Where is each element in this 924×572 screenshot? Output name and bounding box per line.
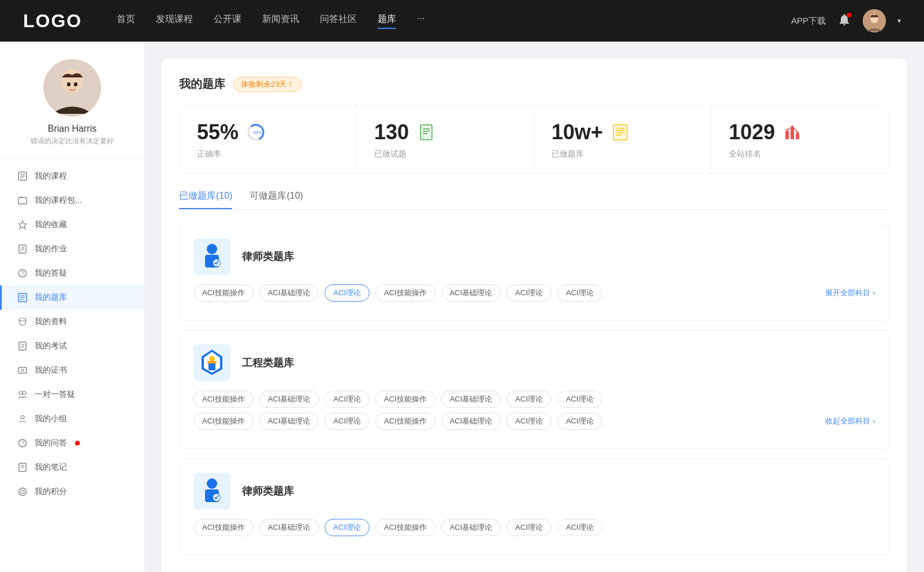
svg-rect-56: [796, 133, 799, 139]
tag[interactable]: ACI理论: [557, 413, 602, 430]
sidebar-item-exam[interactable]: 我的考试: [0, 334, 144, 358]
sidebar-item-label: 我的积分: [35, 486, 67, 497]
lawyer-icon-wrap: [193, 238, 230, 275]
tag[interactable]: ACI技能操作: [193, 284, 254, 302]
svg-point-67: [207, 478, 217, 489]
question-icon: ?: [17, 438, 28, 448]
nav-link-news[interactable]: 新闻资讯: [262, 13, 299, 29]
sidebar-item-label: 我的作业: [35, 244, 67, 254]
tag[interactable]: ACI基础理论: [259, 519, 319, 536]
sidebar: Brian Harris 错误的决定比没有决定要好 我的课程 我的课程包...: [0, 42, 144, 572]
bank-title-3: 律师类题库: [242, 484, 294, 498]
nav-link-qa[interactable]: 问答社区: [320, 13, 357, 29]
nav-link-bank[interactable]: 题库: [378, 13, 396, 29]
pie-icon: 55%: [245, 122, 266, 143]
sidebar-item-myqa[interactable]: ? 我的答疑: [0, 261, 144, 285]
sidebar-item-cert[interactable]: 我的证书: [0, 358, 144, 382]
sidebar-item-favorites[interactable]: 我的收藏: [0, 213, 144, 237]
svg-point-37: [19, 488, 27, 496]
bank-header-2: 工程类题库: [193, 344, 875, 381]
nav-link-open[interactable]: 公开课: [214, 13, 241, 29]
unread-dot: [75, 441, 80, 445]
tag[interactable]: ACI基础理论: [441, 413, 501, 430]
sidebar-item-bank[interactable]: 我的题库: [0, 285, 144, 310]
tag[interactable]: ACI理论: [325, 391, 370, 408]
collapse-button-2[interactable]: 收起全部科目 ›: [825, 416, 875, 426]
nav-link-more[interactable]: ···: [417, 13, 424, 29]
sidebar-item-data[interactable]: 我的资料: [0, 310, 144, 334]
svg-rect-43: [420, 125, 432, 140]
tag[interactable]: ACI基础理论: [259, 391, 319, 408]
list-icon: [610, 122, 631, 143]
tag[interactable]: ACI技能操作: [375, 391, 435, 408]
stat-done-banks: 10w+ 已做题库: [534, 106, 711, 173]
svg-text:?: ?: [21, 270, 25, 277]
tag[interactable]: ACI基础理论: [441, 519, 501, 536]
stat-value-done-questions: 130: [374, 120, 409, 144]
sidebar-item-label: 我的资料: [35, 317, 67, 327]
tag[interactable]: ACI基础理论: [259, 413, 319, 430]
svg-point-59: [796, 131, 799, 133]
page-title: 我的题库: [179, 76, 225, 92]
sidebar-item-questions[interactable]: ? 我的问答: [0, 431, 144, 455]
nav-links: 首页 发现课程 公开课 新闻资讯 问答社区 题库 ···: [117, 13, 768, 29]
tag-active[interactable]: ACI理论: [325, 519, 370, 536]
data-icon: [17, 317, 28, 327]
tag[interactable]: ACI技能操作: [193, 413, 254, 430]
sidebar-item-homework[interactable]: 我的作业: [0, 237, 144, 261]
tag[interactable]: ACI理论: [506, 413, 552, 430]
tag[interactable]: ACI理论: [325, 413, 370, 430]
tag[interactable]: ACI理论: [506, 391, 552, 408]
sidebar-item-label: 我的答疑: [35, 268, 67, 278]
stat-done-questions: 130 已做试题: [357, 106, 534, 173]
cert-icon: [17, 365, 28, 376]
bank-section-1: 律师类题库 ACI技能操作 ACI基础理论 ACI理论 ACI技能操作 ACI基…: [179, 224, 889, 321]
tag[interactable]: ACI理论: [557, 391, 602, 408]
sidebar-item-package[interactable]: 我的课程包...: [0, 188, 144, 213]
tag[interactable]: ACI基础理论: [441, 284, 501, 302]
tag[interactable]: ACI理论: [506, 284, 552, 302]
svg-rect-55: [791, 128, 794, 139]
stat-label-accuracy: 正确率: [197, 149, 339, 159]
sidebar-item-course[interactable]: 我的课程: [0, 164, 144, 188]
tag[interactable]: ACI基础理论: [441, 391, 501, 408]
nav-logo[interactable]: LOGO: [23, 10, 82, 32]
sidebar-item-label: 我的课程: [35, 171, 67, 181]
sidebar-item-points[interactable]: 我的积分: [0, 480, 144, 504]
sidebar-profile: Brian Harris 错误的决定比没有决定要好: [0, 59, 144, 158]
sidebar-item-notes[interactable]: 我的笔记: [0, 455, 144, 480]
svg-rect-66: [207, 361, 217, 363]
tab-available-banks[interactable]: 可做题库(10): [249, 190, 303, 209]
tag[interactable]: ACI技能操作: [375, 519, 435, 536]
note-icon: [17, 462, 28, 473]
expand-button-1[interactable]: 展开全部科目 ›: [825, 288, 875, 298]
tag[interactable]: ACI理论: [557, 284, 602, 302]
stat-value-ranking: 1029: [729, 120, 775, 144]
tag[interactable]: ACI基础理论: [259, 284, 319, 302]
notification-bell[interactable]: [837, 13, 851, 29]
tag-active[interactable]: ACI理论: [325, 284, 370, 302]
tag[interactable]: ACI理论: [557, 519, 602, 536]
navbar: LOGO 首页 发现课程 公开课 新闻资讯 问答社区 题库 ··· APP下载 …: [0, 0, 924, 42]
app-download-button[interactable]: APP下载: [791, 16, 826, 27]
package-icon: [17, 195, 28, 206]
svg-point-64: [209, 356, 215, 362]
exam-icon: [17, 341, 28, 351]
sidebar-item-group[interactable]: 我的小组: [0, 407, 144, 431]
sidebar-item-oneone[interactable]: 一对一答疑: [0, 382, 144, 407]
nav-right: APP下载 ▾: [791, 9, 901, 32]
svg-point-38: [21, 490, 24, 493]
tag[interactable]: ACI技能操作: [193, 519, 254, 536]
nav-link-discover[interactable]: 发现课程: [156, 13, 193, 29]
tab-done-banks[interactable]: 已做题库(10): [179, 190, 232, 209]
tag[interactable]: ACI理论: [506, 519, 552, 536]
tag[interactable]: ACI技能操作: [375, 284, 435, 302]
tag[interactable]: ACI技能操作: [193, 391, 254, 408]
tag[interactable]: ACI技能操作: [375, 413, 435, 430]
sidebar-item-label: 我的笔记: [35, 462, 67, 473]
svg-text:?: ?: [21, 440, 25, 447]
user-dropdown-arrow[interactable]: ▾: [897, 17, 901, 25]
nav-link-home[interactable]: 首页: [117, 13, 135, 29]
user-avatar[interactable]: [863, 9, 886, 32]
sidebar-item-label: 一对一答疑: [35, 389, 75, 400]
